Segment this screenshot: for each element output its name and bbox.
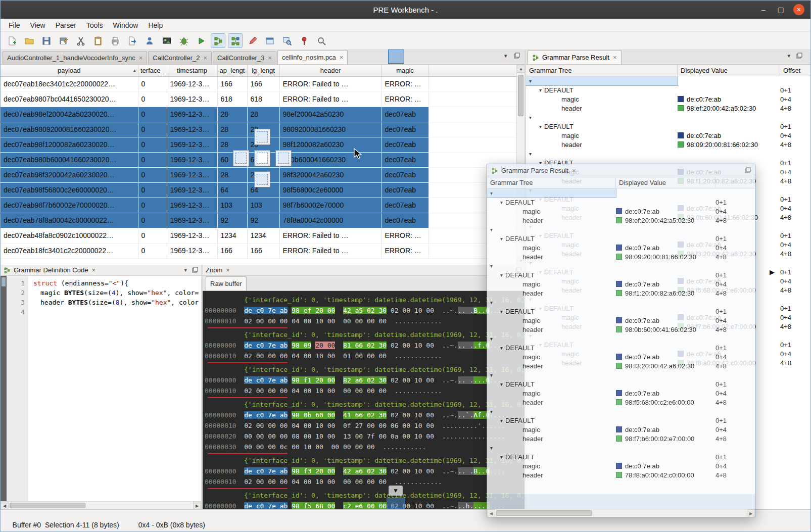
tree-row[interactable]: ▾ xyxy=(487,370,755,379)
tree-row[interactable]: ▾DEFAULT0+1 xyxy=(487,343,755,352)
hex-line[interactable]: 00000000 de c0 7e ab 98 ef 20 00 42 a5 0… xyxy=(205,305,524,316)
floating-horizontal-scrollbar[interactable]: ◀ ▶ xyxy=(487,509,755,517)
chevron-down-icon[interactable]: ▾ xyxy=(490,336,493,342)
dock-window-button[interactable] xyxy=(262,33,277,48)
scroll-down-indicator[interactable]: ▼ xyxy=(389,486,403,496)
scrollbar-thumb[interactable] xyxy=(10,503,85,508)
hex-line[interactable]: 00000010 02 00 00 00 04 00 10 00 00 00 0… xyxy=(205,476,524,487)
tree-row[interactable]: ▾DEFAULT0+1 xyxy=(526,85,811,94)
tree-row[interactable]: ▾ xyxy=(526,76,811,85)
tree-row[interactable]: header98:ef:20:00:42:a5:02:304+8 xyxy=(526,104,811,113)
tree-row[interactable]: ▾DEFAULT0+1 xyxy=(487,270,755,279)
chevron-down-icon[interactable]: ▾ xyxy=(500,345,503,351)
close-icon[interactable]: × xyxy=(268,54,272,62)
tree-row[interactable]: header98:09:20:00:81:66:02:304+8 xyxy=(487,252,755,261)
chevron-down-icon[interactable]: ▾ xyxy=(490,372,493,378)
tree-row[interactable]: ▾ xyxy=(526,149,811,158)
hex-line[interactable]: 00000010 02 00 00 00 04 00 10 00 00 00 0… xyxy=(205,316,524,326)
chevron-down-icon[interactable]: ▾ xyxy=(539,87,542,93)
scroll-up-icon[interactable]: ▲ xyxy=(517,65,524,73)
tab-raw-buffer[interactable]: Raw buffer xyxy=(206,276,247,291)
screenshot-button[interactable] xyxy=(159,33,174,48)
detach-icon[interactable] xyxy=(514,53,520,60)
table-row[interactable]: dec07eab78f8a00042c00000022…01969-12-3…9… xyxy=(1,213,516,228)
tab-cellinfo_nosim.pca[interactable]: cellinfo_nosim.pca× xyxy=(277,50,348,64)
tree-row[interactable]: ▾ xyxy=(487,261,755,270)
column-header-magic[interactable]: magic xyxy=(381,65,428,76)
chevron-down-icon[interactable]: ▾ xyxy=(490,263,493,269)
debug-button[interactable] xyxy=(176,33,191,48)
annotate-button[interactable] xyxy=(245,33,260,48)
chevron-down-icon[interactable]: ▾ xyxy=(490,227,493,232)
table-row[interactable]: dec07eab48fa8c0902c10000022…01969-12-3…1… xyxy=(1,228,516,243)
table-row[interactable]: dec07eab18ec3401c2c20000022…01969-12-3…1… xyxy=(1,76,516,91)
new-file-button[interactable] xyxy=(5,33,19,48)
tree-row[interactable]: magicde:c0:7e:ab0+4 xyxy=(487,279,755,288)
menu-item-window[interactable]: Window xyxy=(108,20,144,31)
tree-row[interactable]: magicde:c0:7e:ab0+4 xyxy=(487,461,755,470)
chevron-down-icon[interactable]: ▾ xyxy=(500,272,503,278)
close-icon[interactable]: × xyxy=(613,54,617,61)
code-text[interactable]: struct (endianness="<"){magic BYTES(size… xyxy=(28,276,201,501)
chevron-down-icon[interactable]: ▾ xyxy=(490,300,493,305)
tab-grammar-parse-result[interactable]: Grammar Parse Result × xyxy=(528,50,622,64)
tree-row[interactable]: header98:f7:b6:00:02:e7:00:004+8 xyxy=(487,434,755,443)
menu-item-tools[interactable]: Tools xyxy=(81,20,108,31)
tab-AudioController_1_handleVocoderInfo_sync[interactable]: AudioController_1_handleVocoderInfo_sync… xyxy=(3,51,147,64)
panel-detach-icon[interactable] xyxy=(796,53,802,60)
tree-row[interactable]: header98:ef:20:00:42:a5:02:304+8 xyxy=(487,216,755,225)
close-icon[interactable]: × xyxy=(204,54,208,62)
chevron-down-icon[interactable]: ▾ xyxy=(490,190,493,196)
tree-row[interactable]: magicde:c0:7e:ab0+4 xyxy=(487,352,755,361)
tree-row[interactable]: ▾DEFAULT0+1 xyxy=(487,379,755,389)
floating-window-title-bar[interactable]: Grammar Parse Result × xyxy=(487,164,755,177)
menu-item-parser[interactable]: Parser xyxy=(51,20,81,31)
panel-detach-icon[interactable] xyxy=(192,267,198,274)
column-header-ap_lengt[interactable]: ap_lengt xyxy=(217,65,247,76)
hex-line[interactable]: 00000000 de c0 7e ab 98 0b 60 00 41 66 0… xyxy=(205,410,524,420)
tree-row[interactable]: header78:f8:a0:00:42:c0:00:004+8 xyxy=(487,470,755,479)
open-folder-button[interactable] xyxy=(22,33,36,48)
grammar-tree-alt-button[interactable] xyxy=(228,33,243,48)
search-button[interactable] xyxy=(314,33,328,48)
tree-row[interactable]: ▾ xyxy=(487,407,755,416)
chevron-down-icon[interactable]: ▾ xyxy=(500,381,503,387)
grammar-tree-button[interactable] xyxy=(211,33,225,48)
column-header-payload[interactable]: payload▴ xyxy=(1,65,138,76)
chevron-down-icon[interactable]: ▾ xyxy=(500,418,503,423)
hex-line[interactable]: 00000000 de c0 7e ab 98 09 20 00 81 66 0… xyxy=(205,340,524,351)
chevron-down-icon[interactable]: ▾ xyxy=(529,78,532,84)
dock-target-right[interactable] xyxy=(275,150,292,166)
dock-target-top[interactable] xyxy=(254,129,270,145)
chevron-down-icon[interactable]: ▾ xyxy=(529,151,532,157)
dock-target-bottom[interactable] xyxy=(254,171,270,187)
tree-row[interactable]: ▾ xyxy=(487,298,755,307)
menu-item-view[interactable]: View xyxy=(25,20,51,31)
scroll-right-icon[interactable]: ▶ xyxy=(193,502,201,510)
chevron-down-icon[interactable]: ▾ xyxy=(490,445,493,451)
chevron-down-icon[interactable]: ▾ xyxy=(500,454,503,460)
tree-row[interactable]: header98:f5:68:00:c2:e6:00:004+8 xyxy=(487,398,755,407)
close-icon[interactable]: × xyxy=(91,266,96,274)
tree-row[interactable]: ▾ xyxy=(526,113,811,122)
column-header-ig_lengt[interactable]: ig_lengt xyxy=(247,65,279,76)
chevron-down-icon[interactable]: ▾ xyxy=(500,309,503,314)
tree-row[interactable]: ▾ xyxy=(487,334,755,343)
tree-row[interactable]: ▾DEFAULT0+1 xyxy=(487,234,755,243)
column-header-terface_[interactable]: terface_ xyxy=(138,65,167,76)
tree-row[interactable]: magicde:c0:7e:ab0+4 xyxy=(526,94,811,104)
close-icon[interactable]: × xyxy=(340,54,344,61)
code-horizontal-scrollbar[interactable]: ◀ ▶ xyxy=(1,501,201,509)
tree-row[interactable]: ▾ xyxy=(487,225,755,234)
floating-grammar-parse-result-window[interactable]: Grammar Parse Result × Grammar Tree Disp… xyxy=(487,164,755,517)
menu-item-file[interactable]: File xyxy=(4,20,25,31)
hex-line[interactable]: 00000000 de c0 7e ab 98 f3 20 00 42 a6 0… xyxy=(205,466,524,476)
raw-buffer-hex-view[interactable]: {'interface_id': 0, 'timestamp': datetim… xyxy=(203,291,524,509)
save-button[interactable] xyxy=(39,33,54,48)
cut-button[interactable] xyxy=(73,33,88,48)
chevron-down-icon[interactable]: ▾ xyxy=(539,124,542,129)
tree-row[interactable]: header98:09:20:00:81:66:02:304+8 xyxy=(526,140,811,149)
code-editor[interactable]: 1234 struct (endianness="<"){magic BYTES… xyxy=(1,276,201,501)
column-header-header[interactable]: header xyxy=(279,65,381,76)
tree-row[interactable]: magicde:c0:7e:ab0+4 xyxy=(487,389,755,398)
